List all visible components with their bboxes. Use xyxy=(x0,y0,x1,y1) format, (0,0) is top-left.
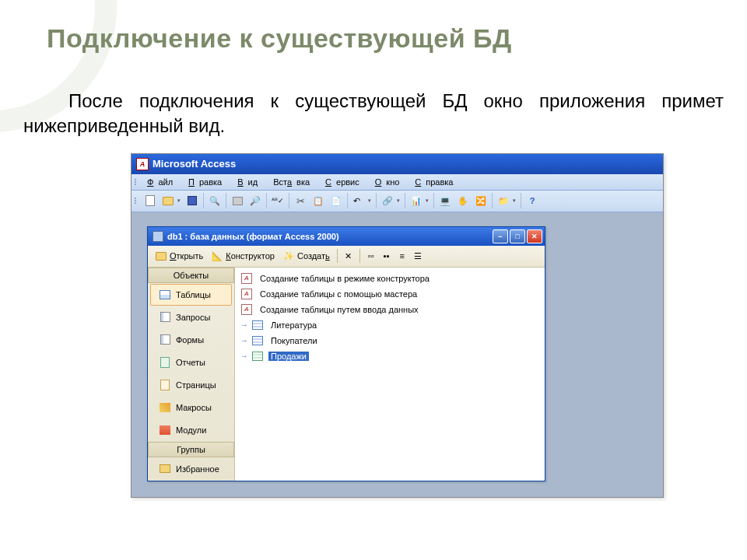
separator xyxy=(266,193,267,208)
open-button[interactable] xyxy=(160,192,183,209)
open-icon xyxy=(155,250,167,262)
menu-window[interactable]: Окно xyxy=(370,176,409,188)
search-button[interactable]: 🔍 xyxy=(206,192,223,209)
favorites-icon xyxy=(159,463,171,475)
access-icon: A xyxy=(136,158,149,170)
maximize-button[interactable]: □ xyxy=(510,229,525,243)
main-toolbar: 🔍 🔎 ᴬᴮ✓ ✂ 📋 📄 ↶ 🔗 📊 💻 ✋ 🔀 📁 ? xyxy=(132,191,663,212)
db-body: Объекты Таблицы Запросы Формы Отчеты Стр… xyxy=(148,268,545,481)
separator xyxy=(376,193,377,208)
app-titlebar: A Microsoft Access xyxy=(132,154,663,174)
db-toolbar: Открыть 📐 Конструктор ✨ Создать ✕ ▫▫ ▪▪ … xyxy=(148,246,545,268)
table-icon xyxy=(251,319,264,331)
workspace: db1 : база данных (формат Access 2000) −… xyxy=(132,212,663,497)
slide-body: После подключения к существующей БД окно… xyxy=(0,54,747,139)
dbwin-titlebar: db1 : база данных (формат Access 2000) −… xyxy=(148,227,545,246)
link-arrow-icon: → xyxy=(240,336,248,345)
relationships-button[interactable]: 🔀 xyxy=(472,192,489,209)
separator xyxy=(433,193,434,208)
office-links-button[interactable]: 🔗 xyxy=(379,192,402,209)
list-table-sales[interactable]: →Продажи xyxy=(238,348,542,364)
window-controls: − □ ✕ xyxy=(493,229,542,243)
db-design-button[interactable]: 📐 Конструктор xyxy=(208,248,278,264)
menu-help[interactable]: Справка xyxy=(410,176,462,188)
help-button[interactable]: ? xyxy=(524,192,541,209)
create-icon: ✨ xyxy=(282,250,295,262)
menu-file[interactable]: Файл xyxy=(142,176,182,188)
paste-button[interactable]: 📄 xyxy=(328,192,345,209)
db-sidebar: Объекты Таблицы Запросы Формы Отчеты Стр… xyxy=(148,268,235,481)
spell-button[interactable]: ᴬᴮ✓ xyxy=(269,192,286,209)
minimize-button[interactable]: − xyxy=(493,229,508,243)
menu-tools[interactable]: Сервис xyxy=(321,176,369,188)
sidebar-modules[interactable]: Модули xyxy=(150,419,232,441)
link-arrow-icon: → xyxy=(240,352,248,360)
analyze-button[interactable]: 📊 xyxy=(408,192,431,209)
separator xyxy=(359,249,360,263)
list-create-designer[interactable]: AСоздание таблицы в режиме конструктора xyxy=(238,271,542,286)
design-icon: 📐 xyxy=(211,250,223,262)
db-icon xyxy=(153,231,163,242)
menu-insert[interactable]: Вставка xyxy=(268,176,319,188)
list-table-buyers[interactable]: →Покупатели xyxy=(238,333,542,348)
queries-icon xyxy=(159,311,171,324)
separator xyxy=(337,249,338,263)
pages-icon xyxy=(159,379,171,391)
db-open-button[interactable]: Открыть xyxy=(152,248,206,264)
new-icon: A xyxy=(240,272,253,285)
database-window: db1 : база данных (формат Access 2000) −… xyxy=(147,226,545,481)
sidebar-forms[interactable]: Формы xyxy=(150,329,232,351)
separator xyxy=(492,193,493,208)
db-object-list: AСоздание таблицы в режиме конструктора … xyxy=(235,268,545,481)
toolbar-grip[interactable] xyxy=(135,198,139,204)
new-icon: A xyxy=(240,288,253,300)
menu-edit[interactable]: Правка xyxy=(184,176,231,188)
properties-button[interactable]: ✋ xyxy=(454,192,472,209)
separator xyxy=(226,193,226,208)
sidebar-macros[interactable]: Макросы xyxy=(150,397,232,418)
view-large-icons-button[interactable]: ▫▫ xyxy=(364,249,378,263)
slide-title: Подключение к существующей БД xyxy=(0,0,747,54)
macros-icon xyxy=(159,401,171,414)
new-button[interactable] xyxy=(142,192,159,209)
forms-icon xyxy=(159,334,171,346)
view-details-button[interactable]: ☰ xyxy=(411,249,425,263)
list-table-literature[interactable]: →Литература xyxy=(238,317,542,333)
view-small-icons-button[interactable]: ▪▪ xyxy=(380,249,394,263)
access-app-window: A Microsoft Access Файл Правка Вид Встав… xyxy=(131,153,664,498)
close-button[interactable]: ✕ xyxy=(527,229,542,243)
menu-grip[interactable] xyxy=(135,176,139,188)
code-button[interactable]: 💻 xyxy=(437,192,454,209)
reports-icon xyxy=(159,356,171,369)
new-icon: A xyxy=(240,303,253,316)
sidebar-queries[interactable]: Запросы xyxy=(150,306,232,328)
groups-header: Группы xyxy=(148,442,234,457)
view-list-button[interactable]: ≡ xyxy=(395,249,409,263)
link-arrow-icon: → xyxy=(240,320,248,329)
db-create-button[interactable]: ✨ Создать xyxy=(279,248,333,264)
preview-button[interactable]: 🔎 xyxy=(247,192,264,209)
sidebar-favorites[interactable]: Избранное xyxy=(150,458,232,480)
menubar: Файл Правка Вид Вставка Сервис Окно Спра… xyxy=(132,174,663,191)
separator xyxy=(405,193,405,208)
modules-icon xyxy=(159,424,171,436)
new-object-button[interactable]: 📁 xyxy=(495,192,518,209)
save-button[interactable] xyxy=(184,192,201,209)
print-button[interactable] xyxy=(229,192,246,209)
sidebar-tables[interactable]: Таблицы xyxy=(150,284,232,306)
copy-button[interactable]: 📋 xyxy=(310,192,327,209)
list-create-wizard[interactable]: AСоздание таблицы с помощью мастера xyxy=(238,286,542,302)
undo-button[interactable]: ↶ xyxy=(350,192,374,209)
sidebar-reports[interactable]: Отчеты xyxy=(150,352,232,373)
separator xyxy=(521,193,521,208)
table-icon xyxy=(251,350,264,362)
list-create-entry[interactable]: AСоздание таблицы путем ввода данных xyxy=(238,302,542,317)
separator xyxy=(203,193,204,208)
tables-icon xyxy=(159,289,171,301)
sidebar-pages[interactable]: Страницы xyxy=(150,374,232,396)
dbwin-title-text: db1 : база данных (формат Access 2000) xyxy=(167,232,493,241)
table-icon xyxy=(251,334,264,347)
delete-button[interactable]: ✕ xyxy=(342,249,356,263)
menu-view[interactable]: Вид xyxy=(233,176,267,188)
cut-button[interactable]: ✂ xyxy=(292,192,309,209)
